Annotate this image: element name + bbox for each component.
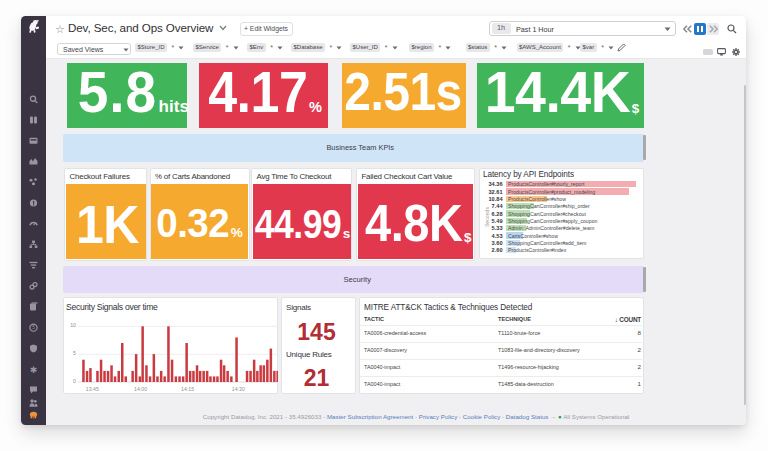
svg-text:5: 5 <box>32 325 35 330</box>
svg-text:✱: ✱ <box>30 364 38 374</box>
